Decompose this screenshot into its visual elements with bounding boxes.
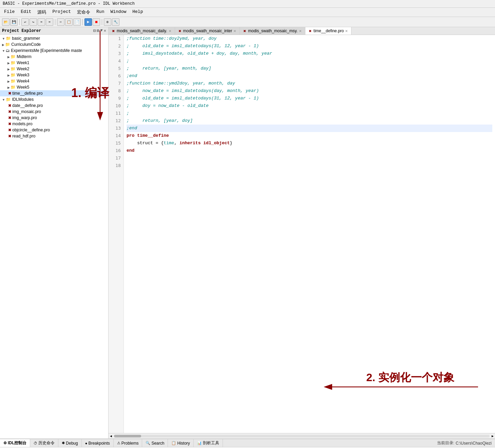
tree-item[interactable]: ▶📁 Week3 [0,72,108,78]
tabs-bar: ✖modis_swath_mosaic_daily.✕✖modis_swath_… [109,27,495,35]
tree-item[interactable]: ▼📁 IDLModules [0,96,108,102]
tab-time--define-pro[interactable]: ✖time__define.pro✕ [305,27,351,35]
tree-item[interactable]: ▶📁 Week4 [0,78,108,84]
bottom-tab-Problems[interactable]: ⚠Problems [114,439,142,447]
bottom-tab-icon: ⏱ [34,441,37,445]
code-line: ; now_date = imsl_datetodays(day, month,… [127,87,492,95]
bottom-tab-icon: 📊 [197,441,202,445]
tree-item[interactable]: ▶📁 Week2 [0,66,108,72]
bottom-tab-icon: 🔍 [146,441,150,445]
scroll-thumb-h[interactable] [114,435,141,437]
tab-modis-swath-mosaic-inter[interactable]: ✖modis_swath_mosaic_inter✕ [175,27,240,35]
menu-item-window[interactable]: Window [108,8,129,16]
menu-item-宏命令[interactable]: 宏命令 [74,8,93,16]
line-number: 12 [111,117,121,125]
bottom-tab-History[interactable]: 📋History [168,439,193,447]
toolbar-btn-paste[interactable]: 📄 [73,18,81,26]
bottom-tab-icon: ✱ [62,441,65,445]
scroll-left-arrow[interactable]: ◀ [109,434,113,438]
menu-item-edit[interactable]: Edit [18,8,34,16]
code-line: ; old_date = imsl_datetodays(31, 12, yea… [127,42,492,50]
toolbar-btn-copy[interactable]: 📋 [65,18,73,26]
sidebar-icon-expand[interactable]: ⊞ [97,28,99,33]
tree-item[interactable]: ▶📁 Week1 [0,60,108,66]
code-line: end [127,147,492,154]
tree-item[interactable]: ✖ date__define.pro [0,102,108,109]
tree-item[interactable]: ✖ img_mosaic.pro [0,109,108,115]
toolbar-btn-3[interactable]: ⬅ [38,18,45,26]
menu-bar: FileEdit源码Project宏命令RunWindowHelp [0,8,495,17]
tab-label: modis_swath_mosaic_msy. [248,29,298,33]
tree-item[interactable]: ✖ img_warp.pro [0,115,108,121]
bottom-tab-Search[interactable]: 🔍Search [142,439,168,447]
toolbar-sep-2 [55,19,55,25]
scroll-right-arrow[interactable]: ▶ [490,434,495,438]
bottom-tab-Breakpoints[interactable]: ●Breakpoints [82,439,114,447]
menu-item-源码[interactable]: 源码 [35,8,49,16]
tab-modis-swath-mosaic-msy-[interactable]: ✖modis_swath_mosaic_msy.✕ [240,27,305,35]
toolbar-btn-4[interactable]: ➡ [46,18,53,26]
bottom-tab-label: Problems [121,441,139,446]
tree-item[interactable]: ✖ read_hdf.pro [0,133,108,139]
bottom-tab-历史命令[interactable]: ⏱历史命令 [30,439,58,447]
bottom-tab-icon: ● [85,441,88,445]
code-lines[interactable]: ;function time::doy2ymd, year, doy; old_… [124,35,495,433]
menu-item-run[interactable]: Run [94,8,107,16]
bottom-tab-Debug[interactable]: ✱Debug [58,439,81,447]
tab-modis-swath-mosaic-daily-[interactable]: ✖modis_swath_mosaic_daily.✕ [109,27,175,35]
editor-scrollbar-h[interactable]: ◀ ▶ [109,433,495,438]
tab-close[interactable]: ✕ [345,29,348,33]
toolbar-btn-2[interactable]: 💾 [10,18,18,26]
code-line: struct = {time, inherits idl_object} [127,139,492,147]
line-number: 2 [111,42,121,50]
sidebar-icon-close[interactable]: ✕ [104,28,106,33]
bottom-tab-剖析工具[interactable]: 📊剖析工具 [194,439,223,447]
toolbar-btn-undo[interactable]: ↩ [21,18,29,26]
tab-label: time__define.pro [313,29,344,33]
code-editor[interactable]: 123456789101112131415161718 ;function ti… [109,35,495,433]
tree-item[interactable]: ▼📁 basic_grammer [0,35,108,41]
toolbar-btn-6[interactable]: 🔧 [112,18,119,26]
tree-item[interactable]: ▶📁 Week5 [0,84,108,90]
tree-item[interactable]: ✖ time__define.pro [0,90,108,96]
sidebar-icon-collapse[interactable]: ⊟ [93,28,96,33]
line-number: 11 [111,110,121,117]
code-content: 123456789101112131415161718 ;function ti… [109,35,495,433]
scroll-track-h[interactable] [114,435,490,437]
bottom-tab-icon: ⚙ [3,441,7,445]
tree-item[interactable]: ▶📁 CurriculumCode [0,41,108,48]
toolbar-btn-run[interactable]: ▶ [84,18,92,26]
menu-item-file[interactable]: File [1,8,17,16]
tree-item[interactable]: ✖ objcircle__define.pro [0,127,108,133]
toolbar-btn-cut[interactable]: ✂ [57,18,64,26]
code-line: ; return, [year, doy] [127,117,492,125]
code-line: ;end [127,72,492,80]
tab-close[interactable]: ✕ [299,29,302,33]
tab-close[interactable]: ✕ [169,29,171,33]
tab-label: modis_swath_mosaic_daily. [117,29,167,33]
line-number: 3 [111,50,121,57]
line-numbers: 123456789101112131415161718 [109,35,124,433]
line-number: 10 [111,102,121,110]
line-number: 17 [111,154,121,162]
toolbar-btn-redo[interactable]: ↪ [30,18,37,26]
menu-item-help[interactable]: Help [130,8,146,16]
toolbar-btn-5[interactable]: ⚙ [104,18,111,26]
console-directory-info: 当前目录: C:\Users\ChaoQiezi [434,439,495,447]
menu-item-project[interactable]: Project [50,8,74,16]
toolbar-btn-1[interactable]: 📂 [2,18,9,26]
tree-item[interactable]: ▶📁 Midterm [0,54,108,60]
sidebar-icon-filter[interactable]: ▼ [100,28,103,33]
code-line: pro time__define [127,132,492,139]
editor-area: ✖modis_swath_mosaic_daily.✕✖modis_swath_… [109,27,495,438]
tree-item[interactable]: ✖ models.pro [0,121,108,127]
bottom-tab-label: History [177,441,190,446]
tree-item[interactable]: ▼🗂 ExperimentsMe [ExperimentsMe maste [0,48,108,54]
bottom-tab-IDL控制台[interactable]: ⚙IDL控制台 [0,439,30,447]
bottom-tab-label: Search [151,441,164,446]
toolbar-btn-stop[interactable]: ⏹ [93,18,100,26]
code-line: ; imsl_daystodate, old_date + doy, day, … [127,50,492,57]
bottom-tab-label: 历史命令 [38,440,55,446]
code-line: ; [127,110,492,117]
tab-close[interactable]: ✕ [233,29,236,33]
